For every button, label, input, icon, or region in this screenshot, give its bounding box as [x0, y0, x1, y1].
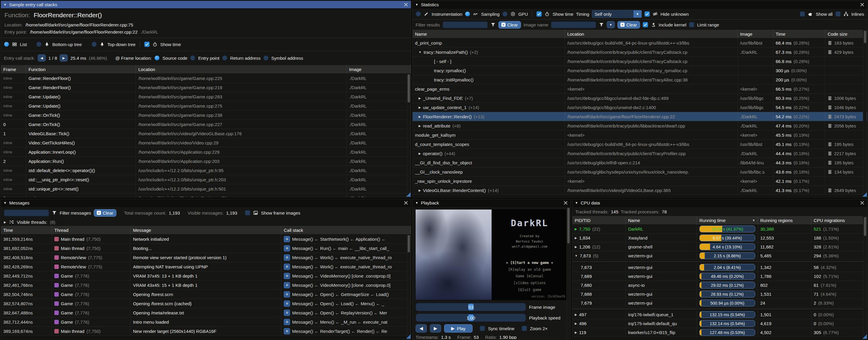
messages-scrollbar[interactable] — [407, 234, 410, 339]
statistics-table-row[interactable]: ▶ FloorRenderer::Render() (+13) /home/wo… — [413, 112, 867, 121]
frame-table-row[interactable]: inline Game::RenderFloor() /home/wolf/da… — [1, 74, 411, 83]
show-time-checkbox[interactable] — [536, 11, 542, 17]
col-time[interactable]: Time — [773, 30, 825, 38]
expand-icon[interactable]: ▶ — [418, 189, 421, 192]
bottom-up-tree-label[interactable]: Bottom-up tree — [52, 42, 82, 47]
frame-table-row[interactable]: 1 VideoGLBase::Tick() /home/wolf/darkrl/… — [1, 129, 411, 138]
col-location[interactable]: Location — [565, 30, 738, 38]
expand-icon[interactable]: ▶ — [575, 313, 577, 316]
col-running-regions[interactable]: Running regions — [758, 216, 811, 224]
statistics-table-row[interactable]: d_print_comp /usr/src/debug/gcc-build/x8… — [413, 38, 867, 48]
resize-grip[interactable] — [862, 192, 867, 197]
chevron-down-icon[interactable]: ▼ — [633, 10, 642, 18]
callstack-icon[interactable]: ≡ — [284, 282, 290, 288]
expand-icon[interactable]: ▼ — [418, 51, 422, 54]
message-row[interactable]: 381,692,052ns Main thread (7,750) Bootin… — [1, 244, 411, 253]
callstack-icon[interactable]: ≡ — [284, 245, 290, 251]
radio-list-view[interactable] — [4, 41, 9, 47]
col-code-size[interactable]: Code size — [825, 30, 867, 38]
statistics-table-row[interactable]: ▶ operator() (+44) /home/wolf/darkrl/con… — [413, 149, 867, 158]
col-running-time[interactable]: Running time▼ — [697, 216, 758, 224]
source-code-label[interactable]: Source code — [162, 56, 187, 61]
statistics-table-row[interactable]: ▶ uw_update_context_1 (+14) /usr/src/deb… — [413, 103, 867, 112]
message-row[interactable]: 389,169,674ns Main thread (7,750) New re… — [1, 327, 411, 336]
hide-unknown-checkbox[interactable] — [645, 11, 650, 17]
cpu-table-row[interactable]: 7,679 wezterm-gui 500.94 µs (0.00%) 24 2… — [572, 299, 867, 308]
show-all-checkbox[interactable] — [800, 11, 805, 17]
cpu-table-row[interactable]: ▶ 7,750 (22) DarkRL 10.04 s (41.37%) 30,… — [572, 225, 867, 234]
callstack-icon[interactable]: ≡ — [284, 291, 290, 298]
frame-table-row[interactable]: 0 Game::OnTick() /home/wolf/darkrl/src/g… — [1, 120, 411, 129]
sync-timeline-label[interactable]: Sync timeline — [488, 326, 515, 331]
statistics-table-row[interactable]: ▶ read_attribute (+8) /home/wolf/darkrl/… — [413, 121, 867, 131]
callstack-icon[interactable]: ≡ — [284, 310, 290, 316]
callstack-icon[interactable]: ≡ — [284, 273, 290, 279]
callstack-icon[interactable]: ≡ — [284, 301, 290, 307]
callstack-icon[interactable]: ≡ — [284, 254, 290, 261]
callstack-icon[interactable]: ≡ — [284, 328, 290, 334]
callstack-icon[interactable]: ≡ — [284, 264, 290, 270]
message-row[interactable]: 382,449,712ns Game (7,776) VRAM 37x45: 1… — [1, 271, 411, 281]
visible-threads-label[interactable]: Visible threads: — [17, 220, 47, 225]
statistics-table-row[interactable]: tracy::rpmalloc() /home/wolf/darkrl/cont… — [413, 66, 867, 75]
statistics-table-row[interactable]: clear_page_erms <kernel> <kernel> 66.5 m… — [413, 84, 867, 94]
collapse-icon[interactable]: ▼ — [4, 201, 6, 204]
top-down-tree-label[interactable]: Top-down tree — [107, 42, 136, 47]
message-row[interactable]: 382,428,269ns RemoteView (7,775) Attempt… — [1, 262, 411, 271]
resize-grip[interactable] — [406, 192, 410, 197]
expand-icon[interactable]: ▶ — [575, 322, 577, 325]
timing-dropdown[interactable]: Self only ▼ — [592, 10, 642, 18]
expand-icon[interactable]: ▼ — [575, 254, 578, 257]
include-kernel-checkbox[interactable] — [643, 22, 648, 27]
statistics-table-row[interactable]: module_get_kallsym <kernel> <kernel> 45.… — [413, 131, 867, 140]
limit-range-checkbox[interactable] — [689, 22, 694, 27]
zoom-2x-checkbox[interactable] — [522, 326, 527, 331]
frame-table-row[interactable]: inline Game::OnTick() /home/wolf/darkrl/… — [1, 111, 411, 120]
cpu-table-row[interactable]: ▶ 119 kworker/u17:0+i915_flip 127.48 ms … — [572, 328, 867, 337]
expand-icon[interactable]: ▶ — [575, 245, 577, 249]
show-all-label[interactable]: Show all — [816, 11, 833, 17]
radio-bottom-up-tree[interactable] — [36, 41, 41, 47]
list-view-label[interactable]: List — [20, 42, 27, 47]
statistics-table-row[interactable]: tracy::InitRpmalloc() /home/wolf/darkrl/… — [413, 75, 867, 84]
cpu-scrollbar[interactable] — [863, 216, 867, 339]
message-row[interactable]: 381,559,214ns Main thread (7,750) Networ… — [1, 234, 411, 244]
cpu-table-row[interactable]: ▼ 7,673 (5) wezterm-gui 2.15 s (8.86%) 5… — [572, 251, 867, 260]
radio-sampling[interactable] — [465, 11, 470, 17]
image-name-input[interactable] — [551, 21, 596, 28]
expand-icon[interactable]: ▶ — [575, 227, 577, 231]
frame-image-slider[interactable]: 53 — [415, 303, 526, 311]
gpu-label[interactable]: GPU — [518, 11, 528, 17]
frame-table-row[interactable]: inline Game::Update() /home/wolf/darkrl/… — [1, 101, 411, 111]
play-button[interactable]: ▶ Play — [444, 324, 473, 333]
message-row[interactable]: 382,574,807ns Game (7,776) Opening /fore… — [1, 299, 411, 308]
clear-image-button[interactable]: ×Clear — [617, 21, 640, 29]
sync-timeline-checkbox[interactable] — [480, 326, 485, 331]
cpu-table-row[interactable] — [572, 308, 867, 310]
statistics-table-row[interactable]: ▼ tracy::NormalizePath() (+2) /home/wolf… — [413, 48, 867, 57]
radio-instrumentation[interactable] — [415, 11, 421, 17]
hide-unknown-label[interactable]: Hide unknown — [660, 11, 689, 17]
message-row[interactable]: 382,712,444ns Game (7,776) Intro menu lo… — [1, 317, 411, 327]
show-time-label[interactable]: Show time — [160, 42, 181, 47]
cpu-table-row[interactable] — [572, 260, 867, 263]
statistics-table-row[interactable]: ▶ VideoGLBase::RenderContent() (+14) /ho… — [413, 186, 867, 195]
playback-scrollbar[interactable] — [566, 207, 570, 339]
inlines-label[interactable]: Inlines — [851, 11, 864, 17]
frame-table-row[interactable]: inline Application::InnerLoop() /home/wo… — [1, 147, 411, 157]
close-icon[interactable] — [563, 201, 568, 205]
radio-top-down-tree[interactable] — [91, 41, 97, 47]
frame-table-row[interactable]: inline Game::RenderFloor() /home/wolf/da… — [1, 83, 411, 92]
collapse-icon[interactable]: ▼ — [575, 201, 578, 204]
return-address-label[interactable]: Return address — [230, 56, 261, 61]
expand-icon[interactable]: ▶ — [418, 96, 421, 100]
col-name[interactable]: Name — [413, 30, 565, 38]
frame-table-row[interactable]: inline Game::Update() /home/wolf/darkrl/… — [1, 92, 411, 101]
statistics-table-row[interactable]: [ - self - ] /home/wolf/darkrl/contrib/t… — [413, 57, 867, 66]
statistics-table-row[interactable]: ▶ _Unwind_Find_FDE (+7) /usr/src/debug/g… — [413, 94, 867, 103]
show-frame-images-checkbox[interactable] — [245, 210, 250, 216]
frame-table-row[interactable]: inline std::__uniq_ptr_impl<>::reset() /… — [1, 175, 411, 184]
statistics-table-row[interactable]: d_count_templates_scopes /usr/src/debug/… — [413, 140, 867, 149]
radio-return-address[interactable] — [222, 55, 227, 61]
collapse-icon[interactable]: ▼ — [415, 201, 418, 204]
